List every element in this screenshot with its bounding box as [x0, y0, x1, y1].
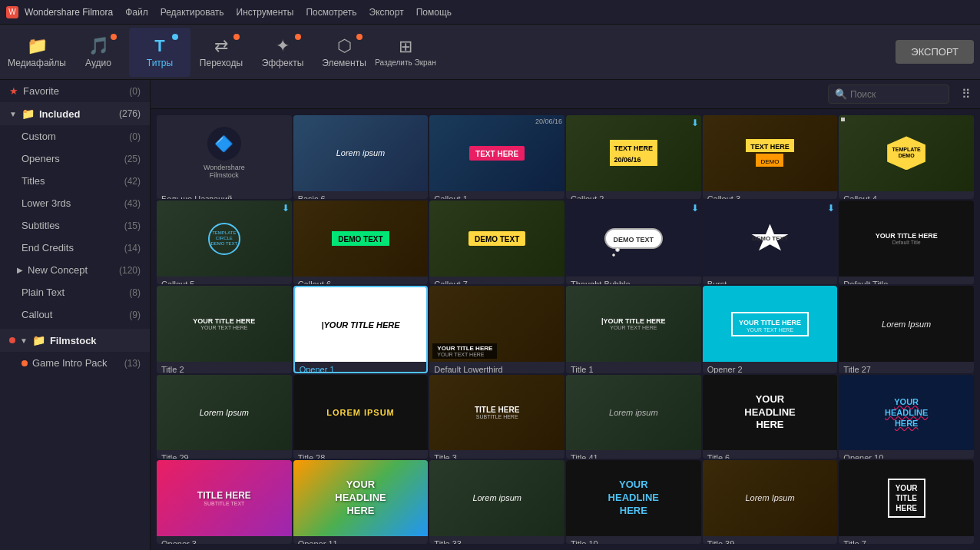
- audio-icon: 🎵: [88, 36, 109, 56]
- grid-item-name: Basic 6: [293, 191, 429, 199]
- grid-item-name: Callout 1: [429, 191, 564, 199]
- titles-count: (42): [124, 176, 141, 187]
- grid-item-basic6[interactable]: Lorem ipsum Basic 6: [293, 115, 429, 199]
- gameintro-dot: [22, 360, 28, 366]
- sidebar-included[interactable]: ▼ 📁 Included (276): [0, 102, 150, 125]
- filmstock-dot: [9, 337, 15, 343]
- toolbar-effects[interactable]: ✦ Эффекты: [252, 28, 313, 77]
- toolbar-media[interactable]: 📁 Медиафайлы: [6, 28, 68, 77]
- grid-item-title1[interactable]: |YOUR TITLE HERE YOUR TEXT HERE Title 1: [566, 286, 701, 373]
- sidebar-newconcept[interactable]: ▶ New Concept (120): [0, 259, 150, 281]
- content-header: 🔍 ⠿: [151, 80, 980, 109]
- grid-item-name: Thought Bubble: [566, 277, 701, 284]
- grid-item-burst[interactable]: ⬇ DEMO TEXT Burst: [703, 200, 838, 284]
- included-count: (276): [119, 108, 141, 119]
- menu-help[interactable]: Помощь: [416, 7, 452, 18]
- gameintro-count: (13): [124, 358, 141, 369]
- chevron-down-icon: ▼: [9, 110, 17, 118]
- menu-file[interactable]: Файл: [125, 7, 148, 18]
- menu-export[interactable]: Экспорт: [369, 7, 404, 18]
- sidebar-endcredits[interactable]: End Credits (14): [0, 237, 150, 259]
- titles-icon: T: [154, 36, 164, 56]
- grid-item-callout6[interactable]: DEMO TEXT Callout 6: [293, 200, 429, 284]
- toolbar-split[interactable]: ⊞ Разделить Экран: [375, 28, 436, 77]
- grid-item-name: Больше Названий: [157, 191, 292, 199]
- grid-item-title6[interactable]: YOURHEADLINEHERE Title 6: [703, 375, 838, 459]
- menu-view[interactable]: Посмотреть: [306, 7, 356, 18]
- grid-item-defaulttitle[interactable]: YOUR TITLE HERE Default Title Default Ti…: [839, 200, 974, 284]
- grid-item-title29[interactable]: Lorem Ipsum Title 29: [157, 375, 292, 459]
- grid-item-opener1[interactable]: |YOUR TITLE HERE Opener 1: [293, 286, 429, 373]
- custom-count: (0): [129, 131, 141, 142]
- favorite-count: (0): [129, 86, 141, 97]
- grid-item-opener3[interactable]: TITLE HERE SUBTITLE TEXT Opener 3: [157, 460, 292, 544]
- transitions-dot: [233, 34, 240, 40]
- grid-item-filmstock[interactable]: 🔷 WondershareFilmstock Больше Названий: [157, 115, 292, 199]
- grid-view-icon[interactable]: ⠿: [962, 87, 971, 101]
- grid-item-callout2[interactable]: ⬇ TEXT HERE20/06/16 Callout 2: [566, 115, 701, 199]
- toolbar: 📁 Медиафайлы 🎵 Аудио T Титры ⇄ Переходы …: [0, 25, 980, 80]
- toolbar-titles[interactable]: T Титры: [129, 28, 190, 77]
- grid-item-title3[interactable]: TITLE HERE SUBTITLE HERE Title 3: [429, 375, 564, 459]
- grid-item-title10[interactable]: YOURHEADLINEHERE Title 10: [566, 460, 701, 544]
- grid-item-title39[interactable]: Lorem Ipsum Title 39: [703, 460, 838, 544]
- sidebar-titles[interactable]: Titles (42): [0, 170, 150, 192]
- sidebar-filmstock[interactable]: ▼ 📁 Filmstock: [0, 329, 150, 352]
- toolbar-transitions-label: Переходы: [200, 58, 243, 68]
- folder-icon: 📁: [22, 108, 35, 120]
- endcredits-label: End Credits: [22, 242, 124, 253]
- toolbar-media-label: Медиафайлы: [8, 58, 66, 68]
- gameintro-label: Game Intro Pack: [32, 357, 124, 369]
- grid-item-title7[interactable]: YOURTITLEHERE Title 7: [839, 460, 974, 544]
- grid-item-title33[interactable]: Lorem ipsum Title 33: [429, 460, 564, 544]
- grid-item-callout7[interactable]: DEMO TEXT Callout 7: [429, 200, 564, 284]
- menu-tools[interactable]: Инструменты: [237, 7, 294, 18]
- newconcept-count: (120): [119, 265, 141, 276]
- grid-item-name: Title 10: [566, 536, 701, 544]
- plaintext-count: (8): [129, 287, 141, 298]
- grid-item-name: Title 29: [157, 450, 292, 458]
- sidebar-openers[interactable]: Openers (25): [0, 147, 150, 170]
- sidebar-subtitles[interactable]: Subtitles (15): [0, 214, 150, 237]
- grid-item-title28[interactable]: LOREM IPSUM Title 28: [293, 375, 429, 459]
- search-input[interactable]: [850, 89, 942, 100]
- grid-item-callout1[interactable]: TEXT HERE 20/06/16 Callout 1: [429, 115, 564, 199]
- grid-item-title41[interactable]: Lorem ipsum Title 41: [566, 375, 701, 459]
- titles-dot: [172, 34, 178, 40]
- grid-item-opener10[interactable]: YOURHEADLINEHERE Opener 10: [839, 375, 974, 459]
- toolbar-transitions[interactable]: ⇄ Переходы: [190, 28, 252, 77]
- export-button[interactable]: ЭКСПОРТ: [896, 40, 974, 64]
- chevron-right-icon: ▶: [17, 266, 23, 274]
- grid-item-name: Opener 1: [295, 362, 427, 373]
- grid-item-title2[interactable]: YOUR TITLE HERE YOUR TEXT HERE Title 2: [157, 286, 292, 373]
- favorite-label: Favorite: [23, 85, 129, 97]
- sidebar-plaintext[interactable]: Plain Text (8): [0, 281, 150, 303]
- grid-item-defaultlower[interactable]: YOUR TITLE HERE YOUR TEXT HERE Default L…: [429, 286, 564, 373]
- search-box[interactable]: 🔍: [828, 84, 949, 104]
- split-icon: ⊞: [399, 37, 412, 57]
- grid-item-name: Title 27: [839, 362, 974, 373]
- lower3rds-label: Lower 3rds: [22, 197, 124, 209]
- toolbar-effects-label: Эффекты: [262, 58, 304, 68]
- elements-icon: ⬡: [337, 36, 352, 56]
- grid-item-thoughtbubble[interactable]: ⬇ DEMO TEXT Thought Bubble: [566, 200, 701, 284]
- sidebar-gameintro[interactable]: Game Intro Pack (13): [0, 352, 150, 374]
- grid-item-name: Title 28: [293, 450, 429, 458]
- grid-item-opener11[interactable]: YOURHEADLINEHERE Opener 11: [293, 460, 429, 544]
- sidebar-custom[interactable]: Custom (0): [0, 125, 150, 147]
- toolbar-audio[interactable]: 🎵 Аудио: [68, 28, 129, 77]
- media-icon: 📁: [27, 36, 48, 56]
- search-icon: 🔍: [835, 88, 847, 100]
- callout-label: Callout: [22, 309, 129, 320]
- grid-item-callout5[interactable]: ⬇ TEMPLATE CIRCLEDEMO TEXT Callout 5: [157, 200, 292, 284]
- elements-dot: [356, 34, 363, 40]
- grid-item-opener2[interactable]: YOUR TITLE HERE YOUR TEXT HERE Opener 2: [703, 286, 838, 373]
- menu-edit[interactable]: Редактировать: [161, 7, 224, 18]
- toolbar-elements[interactable]: ⬡ Элементы: [313, 28, 375, 77]
- grid-item-callout3[interactable]: TEXT HERE DEMO Callout 3: [703, 115, 838, 199]
- grid-item-callout4[interactable]: TEMPLATEDEMO Callout 4: [839, 115, 974, 199]
- sidebar-callout[interactable]: Callout (9): [0, 303, 150, 326]
- sidebar-lower3rds[interactable]: Lower 3rds (43): [0, 192, 150, 214]
- grid-item-title27[interactable]: Lorem Ipsum Title 27: [839, 286, 974, 373]
- sidebar-favorite[interactable]: ★ Favorite (0): [0, 80, 150, 102]
